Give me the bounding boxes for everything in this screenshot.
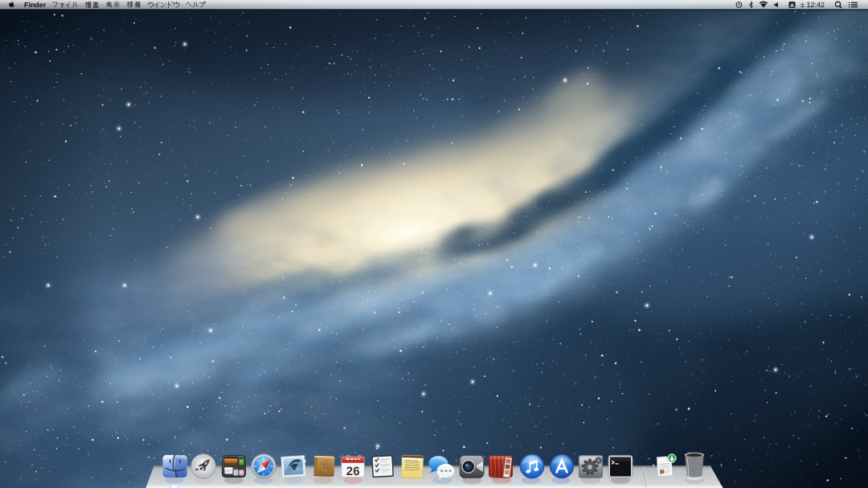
- svg-text:26: 26: [346, 465, 360, 478]
- svg-text:A: A: [790, 3, 794, 9]
- svg-text:± 12:42: ± 12:42: [800, 1, 825, 9]
- svg-text:Finder: Finder: [24, 1, 47, 9]
